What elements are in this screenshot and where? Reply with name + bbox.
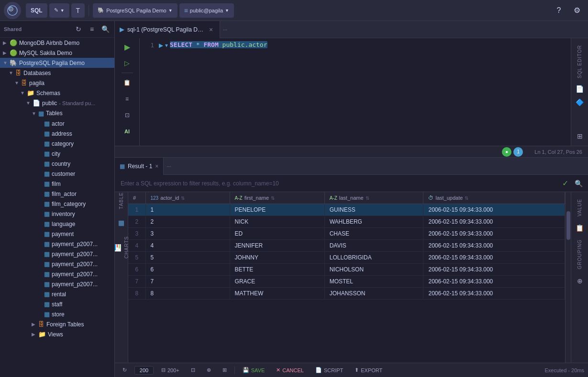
tree-expand-postgresql[interactable]: ▼ xyxy=(3,60,10,65)
cell-actor_id-6[interactable]: 7 xyxy=(145,276,230,288)
filter-rows-button[interactable]: ⊡ xyxy=(187,365,199,376)
cell-last_name-3[interactable]: DAVIS xyxy=(324,240,423,252)
sidebar-item-category[interactable]: ▦category xyxy=(0,139,114,149)
sidebar-item-film[interactable]: ▦film xyxy=(0,179,114,189)
sidebar-item-foreign_tables[interactable]: ▶🗄Foreign Tables xyxy=(0,319,114,329)
sidebar-refresh-button[interactable]: ↻ xyxy=(73,24,84,34)
scrollbar-thumb[interactable] xyxy=(566,211,570,240)
sql-tab[interactable]: ▶ sql-1 (PostgreSQL Pagila De... × xyxy=(115,21,220,38)
cell-first_name-7[interactable]: MATTHEW xyxy=(230,288,324,300)
sidebar-item-payment[interactable]: ▦payment xyxy=(0,229,114,239)
table-row[interactable]: 88MATTHEWJOHANSSON2006-02-15 09:34:33.00… xyxy=(128,288,565,300)
cell-actor_id-7[interactable]: 8 xyxy=(145,288,230,300)
sidebar-collapse-button[interactable]: ≡ xyxy=(87,24,97,34)
run-button[interactable]: ▶ xyxy=(121,40,134,54)
cell-last_name-4[interactable]: LOLLOBRIGIDA xyxy=(324,252,423,264)
cancel-button[interactable]: ✕ CANCEL xyxy=(272,365,308,376)
schema-dropdown[interactable]: ≡ public@pagila ▼ xyxy=(179,3,234,18)
table-row[interactable]: 22NICKWAHLBERG2006-02-15 09:34:33.000 xyxy=(128,216,565,228)
query-builder-btn[interactable]: ⊞ xyxy=(574,130,586,142)
cell-last_name-5[interactable]: NICHOLSON xyxy=(324,264,423,276)
script-button[interactable]: 📄 SCRIPT xyxy=(311,365,347,376)
filter-apply-button[interactable]: ✓ xyxy=(559,178,571,189)
sidebar-item-mongodb[interactable]: ▶🟢MongoDB Airbnb Demo xyxy=(0,38,114,48)
cell-last_update-0[interactable]: 2006-02-15 09:34:33.000 xyxy=(423,204,565,216)
sort-icon-last_update[interactable]: ⇅ xyxy=(465,195,468,201)
tab-close-button[interactable]: × xyxy=(207,26,215,33)
sidebar-item-staff[interactable]: ▦staff xyxy=(0,299,114,309)
col-header-last_name[interactable]: A-Zlast_name⇅ xyxy=(324,192,423,204)
cell-first_name-6[interactable]: GRACE xyxy=(230,276,324,288)
filter-clear-button[interactable]: 🔍 xyxy=(573,178,584,189)
sidebar-search-button[interactable]: 🔍 xyxy=(100,24,111,34)
sidebar-item-payment_p2007_5[interactable]: ▦payment_p2007... xyxy=(0,279,114,289)
limit-input[interactable] xyxy=(134,366,154,375)
tree-expand-mysql[interactable]: ▶ xyxy=(3,50,10,55)
run-script-button[interactable]: ▷ xyxy=(121,56,134,70)
cell-last_update-7[interactable]: 2006-02-15 09:34:33.000 xyxy=(423,288,565,300)
sort-icon-actor_id[interactable]: ⇅ xyxy=(181,195,185,201)
cell-first_name-5[interactable]: BETTE xyxy=(230,264,324,276)
table-label[interactable]: TABLE xyxy=(119,192,124,213)
grouping-panel-btn[interactable]: ⊕ xyxy=(574,275,586,287)
cell-last_update-2[interactable]: 2006-02-15 09:34:33.000 xyxy=(423,228,565,240)
sidebar-item-pagila[interactable]: ▼🗄pagila xyxy=(0,78,114,88)
editor-main[interactable]: 1 ▶ ▾ SELECT * FROM public.act xyxy=(140,38,571,146)
toggle-button[interactable]: ⊡ xyxy=(121,108,134,122)
sidebar-item-public[interactable]: ▼📄public- Standard pu... xyxy=(0,98,114,108)
cell-actor_id-5[interactable]: 6 xyxy=(145,264,230,276)
table-row[interactable]: 33EDCHASE2006-02-15 09:34:33.000 xyxy=(128,228,565,240)
sidebar-item-mysql[interactable]: ▶🟢MySQL Sakila Demo xyxy=(0,48,114,58)
connection-dropdown[interactable]: 🐘 PostgreSQL Pagila Demo ▼ xyxy=(93,3,177,18)
help-button[interactable]: ? xyxy=(552,3,566,18)
cell-last_update-4[interactable]: 2006-02-15 09:34:33.000 xyxy=(423,252,565,264)
sidebar-item-address[interactable]: ▦address xyxy=(0,129,114,139)
tree-expand-mongodb[interactable]: ▶ xyxy=(3,40,10,45)
table-row[interactable]: 11≡PENELOPEGUINESS2006-02-15 09:34:33.00… xyxy=(128,204,565,216)
tree-expand-pagila[interactable]: ▼ xyxy=(14,80,21,86)
sidebar-item-country[interactable]: ▦country xyxy=(0,159,114,169)
result-tab-close[interactable]: × xyxy=(155,163,158,170)
cell-menu-btn[interactable]: ≡ xyxy=(154,206,157,213)
sql-editor-panel-label[interactable]: SQL EDITOR xyxy=(577,42,582,81)
cell-last_name-6[interactable]: MOSTEL xyxy=(324,276,423,288)
sidebar-item-rental[interactable]: ▦rental xyxy=(0,289,114,299)
table-wrapper[interactable]: #123actor_id⇅A-Zfirst_name⇅A-Zlast_name⇅… xyxy=(128,192,565,363)
format-button[interactable]: ≡ xyxy=(121,92,134,106)
sidebar-item-views[interactable]: ▶📁Views xyxy=(0,329,114,339)
table-row[interactable]: 44JENNIFERDAVIS2006-02-15 09:34:33.000 xyxy=(128,240,565,252)
scrollbar-right[interactable] xyxy=(565,192,571,363)
cell-actor_id-0[interactable]: 1≡ xyxy=(145,204,230,216)
col-header-last_update[interactable]: ⏱last_update⇅ xyxy=(423,192,565,204)
editor-panel-btn1[interactable]: 📄 xyxy=(574,83,586,95)
table-row[interactable]: 66BETTENICHOLSON2006-02-15 09:34:33.000 xyxy=(128,264,565,276)
sidebar-item-payment_p2007_2[interactable]: ▦payment_p2007... xyxy=(0,249,114,259)
cell-first_name-1[interactable]: NICK xyxy=(230,216,324,228)
sidebar-item-databases[interactable]: ▼🗄Databases xyxy=(0,68,114,78)
copy-button[interactable]: ⊞ xyxy=(219,365,231,376)
grouping-panel-label[interactable]: GROUPING xyxy=(577,237,582,272)
tree-expand-foreign_tables[interactable]: ▶ xyxy=(32,322,38,327)
value-panel-label[interactable]: VALUE xyxy=(577,196,582,219)
cell-first_name-2[interactable]: ED xyxy=(230,228,324,240)
tree-expand-databases[interactable]: ▼ xyxy=(9,70,15,75)
cell-last_update-5[interactable]: 2006-02-15 09:34:33.000 xyxy=(423,264,565,276)
editor-toggle[interactable]: ✎ ▼ xyxy=(49,3,69,18)
sidebar-item-payment_p2007_1[interactable]: ▦payment_p2007... xyxy=(0,239,114,249)
cell-actor_id-3[interactable]: 4 xyxy=(145,240,230,252)
row-count-button[interactable]: ⊟ 200+ xyxy=(157,365,183,376)
settings-button[interactable]: ⚙ xyxy=(570,3,584,18)
ai-button[interactable]: AI xyxy=(121,125,134,138)
tree-expand-public[interactable]: ▼ xyxy=(26,100,33,106)
col-header-first_name[interactable]: A-Zfirst_name⇅ xyxy=(230,192,324,204)
sidebar-item-inventory[interactable]: ▦inventory xyxy=(0,209,114,219)
sidebar-item-film_category[interactable]: ▦film_category xyxy=(0,199,114,209)
table-row[interactable]: 55JOHNNYLOLLOBRIGIDA2006-02-15 09:34:33.… xyxy=(128,252,565,264)
sidebar-item-payment_p2007_4[interactable]: ▦payment_p2007... xyxy=(0,269,114,279)
sidebar-item-film_actor[interactable]: ▦film_actor xyxy=(0,189,114,199)
sidebar-item-postgresql[interactable]: ▼🐘PostgreSQL Pagila Demo xyxy=(0,58,114,68)
text-tool-button[interactable]: T xyxy=(71,3,85,18)
result-tab-1[interactable]: ▦ Result - 1 × xyxy=(115,158,164,175)
tree-expand-schemas[interactable]: ▼ xyxy=(20,90,27,96)
value-panel-btn[interactable]: 📋 xyxy=(574,222,586,234)
